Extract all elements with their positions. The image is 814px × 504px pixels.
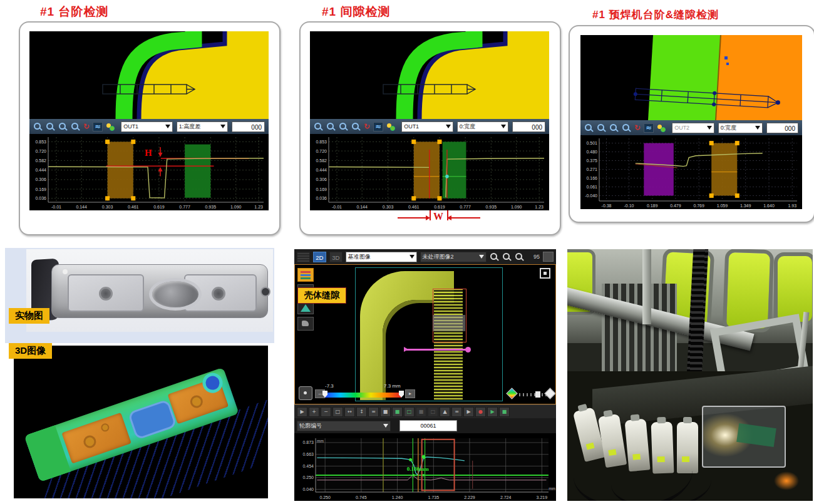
measure-mode-select[interactable]: 0:宽度 [718, 123, 763, 133]
grid-view-icon[interactable]: ■ [380, 407, 391, 417]
output-select[interactable]: OUT1 [121, 121, 173, 132]
zoom-region-icon[interactable]: □ [332, 407, 343, 417]
profile-display-icon[interactable]: ≈ [644, 123, 654, 133]
measure-value-field[interactable]: 000 [232, 121, 265, 132]
scan-image-gap[interactable] [310, 31, 549, 119]
zoom-1to1-icon[interactable] [609, 123, 619, 133]
mask-icon[interactable]: ■ [416, 407, 426, 417]
tab-3d[interactable]: 3D [329, 252, 343, 262]
svg-text:0.144: 0.144 [356, 205, 368, 209]
zoom-out-icon[interactable] [597, 123, 606, 133]
colorbar-range-button[interactable]: ▸ [405, 389, 415, 398]
svg-text:0.582: 0.582 [316, 158, 327, 163]
zoom-out-icon[interactable]: − [321, 407, 331, 417]
pan-icon[interactable]: ↔ [344, 407, 355, 417]
roi-add-icon[interactable]: ■ [392, 407, 403, 417]
palette-diamond-icon[interactable] [506, 388, 517, 399]
zoom-fit-icon[interactable] [351, 122, 361, 131]
svg-text:mm: mm [549, 486, 555, 491]
zoom-out-icon[interactable] [326, 122, 336, 131]
settings-icon[interactable] [106, 122, 115, 131]
profile-measure-icon[interactable]: ≡ [368, 407, 379, 417]
compare-view-icon[interactable] [297, 317, 314, 331]
chart-gap-svg: -0.010.1440.3030.4610.6190.7770.9351.090… [310, 134, 549, 210]
pointer-icon[interactable]: ▶ [297, 407, 307, 417]
chevron-down-icon [707, 126, 712, 130]
profile-display-icon[interactable]: ≈ [93, 122, 103, 131]
layout-view-button[interactable] [297, 252, 310, 262]
measure-arrow[interactable] [405, 349, 466, 351]
opacity-slider-handle[interactable] [535, 391, 540, 398]
fullscreen-icon[interactable] [540, 268, 550, 279]
zoom-out-icon[interactable] [502, 252, 512, 262]
compare-icon[interactable]: ▶ [463, 407, 474, 417]
profile-number-select[interactable]: 轮廓编号 [297, 421, 391, 431]
gap-profile-chart[interactable]: -0.010.1440.3030.4610.6190.7770.9351.090… [310, 134, 549, 210]
step-profile-chart[interactable]: -0.010.1440.3030.4610.6190.7770.9351.090… [29, 134, 269, 210]
svg-text:mm: mm [317, 439, 324, 443]
height-measure-icon[interactable]: ↕ [356, 407, 367, 417]
histogram-icon[interactable]: ≡ [451, 407, 462, 417]
scale-min-label: -7.3 [325, 383, 334, 389]
marker-diamond-icon[interactable] [544, 388, 555, 399]
base-image-select[interactable]: 基准图像 [346, 252, 417, 262]
settings-icon[interactable] [386, 122, 395, 131]
reset-icon[interactable]: ↻ [364, 123, 370, 131]
profile-number-value[interactable]: 00061 [399, 420, 457, 431]
gap-measure-chart[interactable]: 0.2500.7451.2401.7352.2292.7243.2190.040… [294, 433, 556, 501]
zoom-in-icon[interactable]: + [309, 407, 319, 417]
layer-icon[interactable]: □ [428, 407, 438, 417]
measure-mode-select[interactable]: 0:宽度 [457, 121, 509, 132]
svg-text:0.303: 0.303 [102, 205, 113, 209]
svg-text:0.166: 0.166 [586, 176, 597, 180]
zoom-fit-icon[interactable] [515, 252, 524, 262]
zoom-out-icon[interactable] [46, 122, 55, 131]
scan-image-preweld[interactable] [580, 35, 802, 120]
opacity-slider[interactable] [519, 393, 547, 396]
zoom-in-icon[interactable] [584, 123, 594, 133]
svg-text:1.090: 1.090 [230, 205, 242, 209]
measure-mode-select[interactable]: 1:高度差 [177, 121, 229, 132]
user-icon[interactable] [543, 252, 554, 262]
settings-icon[interactable] [657, 123, 666, 132]
output-select[interactable]: OUT1 [401, 121, 453, 132]
zoom-in-icon[interactable] [33, 122, 43, 131]
zoom-1to1-icon[interactable] [339, 122, 348, 131]
svg-text:0.777: 0.777 [179, 205, 190, 209]
export-icon[interactable]: ▶ [487, 407, 498, 417]
capture-icon[interactable]: ■ [499, 407, 510, 417]
scan-preweld-svg [580, 35, 802, 120]
reset-icon[interactable]: ↻ [83, 123, 90, 131]
viewer-zoom-icons [490, 252, 524, 262]
gap-toolbar-icons: ↻≈ [314, 122, 395, 131]
svg-text:0.663: 0.663 [302, 452, 314, 456]
measure-value-field[interactable]: 000 [766, 123, 798, 133]
svg-text:0.501: 0.501 [586, 141, 597, 145]
scan-image-step[interactable] [29, 31, 269, 119]
reset-icon[interactable]: ↻ [634, 124, 641, 132]
height-image-icon[interactable] [297, 268, 314, 282]
zoom-in-icon[interactable] [490, 252, 499, 262]
tab-2d[interactable]: 2D [313, 252, 326, 262]
svg-text:0.040: 0.040 [302, 487, 314, 491]
zoom-fit-icon[interactable] [71, 122, 80, 131]
preweld-profile-chart[interactable]: -0.38-0.100.1890.4790.7691.0591.3491.640… [580, 135, 802, 209]
svg-text:0.303: 0.303 [383, 205, 394, 209]
zoom-fit-icon[interactable] [622, 123, 631, 133]
svg-text:0.250: 0.250 [302, 475, 314, 480]
center-target-icon[interactable] [299, 386, 312, 400]
zoom-1to1-icon[interactable] [58, 122, 68, 131]
region-stats-icon[interactable]: ▲ [440, 407, 450, 417]
profile-display-icon[interactable]: ≈ [373, 122, 383, 131]
zoom-in-icon[interactable] [314, 122, 323, 131]
measure-value-field[interactable]: 000 [512, 121, 545, 132]
processed-image-select[interactable]: 未处理图像2 [420, 252, 487, 262]
roi-edit-icon[interactable]: □ [404, 407, 415, 417]
svg-text:0.036: 0.036 [316, 196, 327, 200]
height-image-view[interactable]: 壳体缝隙 ↔ -7.3 7.3 mm ▸ [294, 264, 556, 404]
step-toolbar: ↻≈ OUT1 1:高度差 000 [29, 119, 269, 134]
height-colorbar[interactable] [325, 393, 401, 398]
output-select[interactable]: OUT2 [672, 123, 714, 133]
record-icon[interactable]: ● [475, 407, 486, 417]
preweld-detection-card: ↻≈ OUT2 0:宽度 000 -0.38-0.100.1890.4790.7… [569, 25, 814, 223]
